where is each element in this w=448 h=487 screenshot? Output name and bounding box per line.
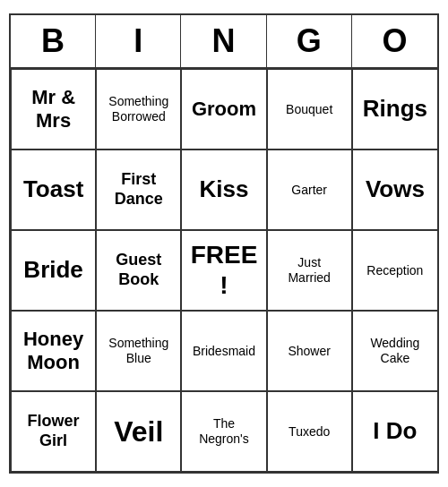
header-letter: O: [352, 15, 437, 67]
bingo-cell: Groom: [181, 69, 266, 150]
header-letter: N: [181, 15, 266, 67]
bingo-grid: Mr &MrsSomethingBorrowedGroomBouquetRing…: [11, 69, 437, 472]
bingo-cell: FlowerGirl: [11, 391, 96, 472]
bingo-cell: FirstDance: [96, 150, 181, 230]
bingo-cell: TheNegron's: [181, 391, 266, 472]
bingo-cell: Mr &Mrs: [11, 69, 96, 150]
bingo-cell: Veil: [96, 391, 181, 472]
bingo-cell: Reception: [352, 230, 437, 311]
bingo-header: BINGO: [11, 15, 437, 69]
bingo-cell: JustMarried: [267, 230, 352, 311]
bingo-cell: WeddingCake: [352, 311, 437, 391]
header-letter: G: [267, 15, 352, 67]
bingo-cell: Vows: [352, 150, 437, 230]
bingo-cell: I Do: [352, 391, 437, 472]
header-letter: I: [96, 15, 181, 67]
bingo-cell: Garter: [267, 150, 352, 230]
bingo-cell: Kiss: [181, 150, 266, 230]
bingo-cell: FREE!: [181, 230, 266, 311]
bingo-cell: SomethingBorrowed: [96, 69, 181, 150]
bingo-cell: Bridesmaid: [181, 311, 266, 391]
bingo-cell: Bouquet: [267, 69, 352, 150]
header-letter: B: [11, 15, 96, 67]
bingo-cell: Bride: [11, 230, 96, 311]
bingo-cell: SomethingBlue: [96, 311, 181, 391]
bingo-cell: HoneyMoon: [11, 311, 96, 391]
bingo-cell: Shower: [267, 311, 352, 391]
bingo-cell: Toast: [11, 150, 96, 230]
bingo-cell: Rings: [352, 69, 437, 150]
bingo-cell: Tuxedo: [267, 391, 352, 472]
bingo-cell: GuestBook: [96, 230, 181, 311]
bingo-card: BINGO Mr &MrsSomethingBorrowedGroomBouqu…: [9, 13, 439, 474]
